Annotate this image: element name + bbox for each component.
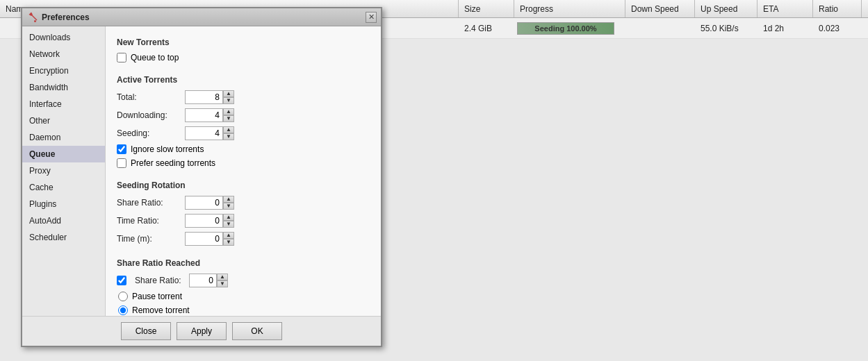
downloading-up-btn[interactable]: ▲ xyxy=(223,108,234,115)
share-ratio-up-btn[interactable]: ▲ xyxy=(223,196,234,203)
active-torrents-section-title: Active Torrents xyxy=(117,75,370,85)
seeding-input[interactable] xyxy=(185,126,223,140)
dialog-titlebar: Preferences ✕ xyxy=(22,8,381,26)
queue-to-top-checkbox[interactable] xyxy=(117,53,126,62)
seeding-row: Seeding: ▲ ▼ xyxy=(117,126,370,140)
time-m-label: Time (m): xyxy=(117,234,179,244)
share-ratio-spinner: ▲ ▼ xyxy=(185,196,234,210)
share-ratio-row: Share Ratio: ▲ ▼ xyxy=(117,196,370,210)
seeding-up-btn[interactable]: ▲ xyxy=(223,126,234,133)
cell-ratio: 0.023 xyxy=(813,18,862,38)
sidebar-item-autoadd[interactable]: AutoAdd xyxy=(22,212,105,229)
sidebar: Downloads Network Encryption Bandwidth I… xyxy=(22,26,106,316)
total-input[interactable] xyxy=(185,90,223,104)
time-ratio-spinner: ▲ ▼ xyxy=(185,214,234,228)
time-m-spinner: ▲ ▼ xyxy=(185,232,234,246)
pause-torrent-label: Pause torrent xyxy=(132,292,182,301)
share-ratio-down-btn[interactable]: ▼ xyxy=(223,203,234,210)
pause-torrent-radio[interactable] xyxy=(118,292,128,301)
cell-progress: Seeding 100.00% xyxy=(514,18,625,38)
downloading-row: Downloading: ▲ ▼ xyxy=(117,108,370,122)
share-ratio-label: Share Ratio: xyxy=(117,198,179,208)
cell-eta: 1d 2h xyxy=(758,18,813,38)
close-button[interactable]: ✕ xyxy=(366,12,377,23)
close-button[interactable]: Close xyxy=(121,322,171,340)
sidebar-item-cache[interactable]: Cache xyxy=(22,179,105,196)
total-spinner: ▲ ▼ xyxy=(185,90,234,104)
share-ratio-reached-section-title: Share Ratio Reached xyxy=(117,258,370,268)
total-label: Total: xyxy=(117,92,179,102)
ok-button[interactable]: OK xyxy=(232,322,282,340)
remove-torrent-label: Remove torrent xyxy=(132,305,190,315)
svg-point-0 xyxy=(34,20,36,22)
remove-torrent-row: Remove torrent xyxy=(118,305,370,315)
share-ratio-reached-input[interactable] xyxy=(189,274,217,287)
time-ratio-input[interactable] xyxy=(185,214,223,228)
ignore-slow-label: Ignore slow torrents xyxy=(131,144,204,154)
sidebar-item-proxy[interactable]: Proxy xyxy=(22,162,105,179)
total-down-btn[interactable]: ▼ xyxy=(223,97,234,104)
remove-torrent-radio[interactable] xyxy=(118,305,128,315)
share-ratio-reached-spinner: ▲ ▼ xyxy=(189,274,228,287)
time-ratio-down-btn[interactable]: ▼ xyxy=(223,221,234,228)
time-m-input[interactable] xyxy=(185,232,223,246)
seeding-spinner: ▲ ▼ xyxy=(185,126,234,140)
sidebar-item-downloads[interactable]: Downloads xyxy=(22,29,105,46)
sidebar-item-scheduler[interactable]: Scheduler xyxy=(22,229,105,246)
seeding-down-btn[interactable]: ▼ xyxy=(223,133,234,140)
time-m-up-btn[interactable]: ▲ xyxy=(223,232,234,239)
prefer-seeding-label: Prefer seeding torrents xyxy=(131,158,215,168)
share-ratio-reached-up-btn[interactable]: ▲ xyxy=(217,274,228,280)
col-progress: Progress xyxy=(514,0,625,17)
content-area: New Torrents Queue to top Active Torrent… xyxy=(106,26,381,316)
apply-button[interactable]: Apply xyxy=(177,322,227,340)
time-ratio-up-btn[interactable]: ▲ xyxy=(223,214,234,221)
dialog-body: Downloads Network Encryption Bandwidth I… xyxy=(22,26,381,316)
col-upspeed: Up Speed xyxy=(695,0,758,17)
share-ratio-reached-row: Share Ratio: ▲ ▼ xyxy=(117,274,370,287)
ignore-slow-checkbox[interactable] xyxy=(117,144,126,154)
time-m-row: Time (m): ▲ ▼ xyxy=(117,232,370,246)
preferences-dialog: Preferences ✕ Downloads Network Encrypti… xyxy=(21,7,382,347)
prefer-seeding-row: Prefer seeding torrents xyxy=(117,158,370,168)
queue-to-top-label: Queue to top xyxy=(131,53,179,62)
time-ratio-row: Time Ratio: ▲ ▼ xyxy=(117,214,370,228)
share-ratio-input[interactable] xyxy=(185,196,223,210)
downloading-spinner: ▲ ▼ xyxy=(185,108,234,122)
share-ratio-reached-label: Share Ratio: xyxy=(135,276,183,285)
share-ratio-reached-checkbox[interactable] xyxy=(117,276,126,285)
sidebar-item-other[interactable]: Other xyxy=(22,112,105,129)
sidebar-item-encryption[interactable]: Encryption xyxy=(22,62,105,79)
dialog-title: Preferences xyxy=(42,12,361,22)
col-size: Size xyxy=(459,0,514,17)
cell-downspeed xyxy=(625,18,695,38)
sidebar-item-network[interactable]: Network xyxy=(22,46,105,62)
col-ratio: Ratio xyxy=(813,0,862,17)
dialog-footer: Close Apply OK xyxy=(22,316,381,346)
pause-torrent-row: Pause torrent xyxy=(118,292,370,301)
new-torrents-section-title: New Torrents xyxy=(117,37,370,47)
sidebar-item-daemon[interactable]: Daemon xyxy=(22,129,105,146)
wrench-icon xyxy=(26,12,38,23)
seeding-label: Seeding: xyxy=(117,128,179,138)
col-eta: ETA xyxy=(758,0,813,17)
downloading-label: Downloading: xyxy=(117,110,179,120)
sidebar-item-queue[interactable]: Queue xyxy=(22,146,105,162)
share-ratio-reached-down-btn[interactable]: ▼ xyxy=(217,280,228,287)
downloading-input[interactable] xyxy=(185,108,223,122)
total-row: Total: ▲ ▼ xyxy=(117,90,370,104)
prefer-seeding-checkbox[interactable] xyxy=(117,158,126,168)
cell-size: 2.4 GiB xyxy=(459,18,514,38)
total-up-btn[interactable]: ▲ xyxy=(223,90,234,97)
time-m-down-btn[interactable]: ▼ xyxy=(223,239,234,246)
sidebar-item-interface[interactable]: Interface xyxy=(22,96,105,112)
time-ratio-label: Time Ratio: xyxy=(117,216,179,226)
sidebar-item-bandwidth[interactable]: Bandwidth xyxy=(22,79,105,96)
sidebar-item-plugins[interactable]: Plugins xyxy=(22,196,105,212)
col-downspeed: Down Speed xyxy=(625,0,695,17)
cell-upspeed: 55.0 KiB/s xyxy=(695,18,758,38)
ignore-slow-row: Ignore slow torrents xyxy=(117,144,370,154)
queue-to-top-row: Queue to top xyxy=(117,53,370,62)
seeding-rotation-section-title: Seeding Rotation xyxy=(117,180,370,190)
downloading-down-btn[interactable]: ▼ xyxy=(223,115,234,122)
